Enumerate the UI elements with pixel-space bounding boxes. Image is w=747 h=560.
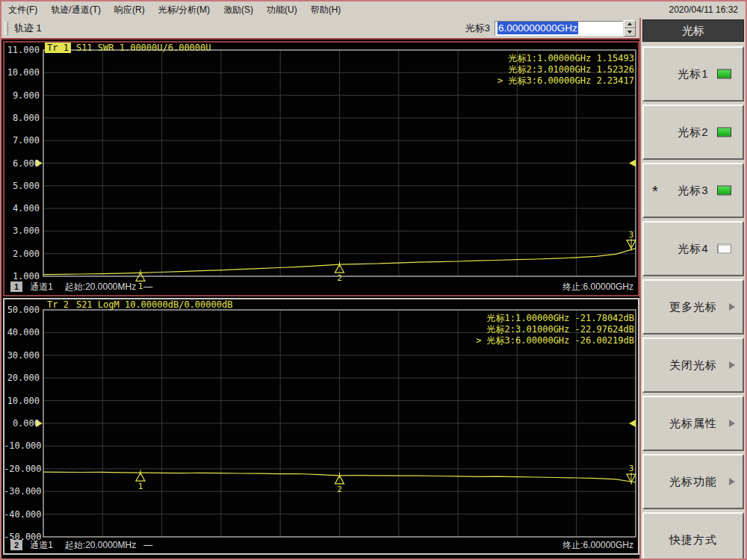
marker-readout-line: 光标2:3.01000GHz 1.52326: [498, 64, 634, 75]
softkey-sidebar: 光标 光标1光标2*光标3光标4更多光标关闭光标光标属性光标功能快捷方式: [639, 18, 746, 559]
spinner-down-button[interactable]: [624, 28, 636, 37]
trace2-measurement: S21 LogM 10.00000dB/0.00000dB: [76, 299, 233, 310]
indicator-on-icon: [717, 69, 731, 79]
marker-stimulus-input[interactable]: 6.000000000GHz: [495, 21, 623, 36]
softkey-label: 更多光标: [669, 300, 717, 314]
y-axis-label: 7.000: [4, 135, 40, 146]
marker-properties-button[interactable]: 光标属性: [642, 396, 744, 451]
clock: 2020/04/11 16:32: [669, 4, 746, 15]
arrow-down-icon: [627, 31, 632, 34]
charts-area: Tr 1 S11 SWR 1.00000U/6.00000U 123 11.00…: [1, 40, 639, 559]
sweep-indicator: —: [143, 281, 152, 292]
y-axis-label: 8.000: [4, 113, 40, 123]
marker-readouts: 光标1:1.00000GHz 1.15493光标2:3.01000GHz 1.5…: [498, 53, 634, 87]
softkey-label: 快捷方式: [669, 533, 717, 547]
y-axis-label: 9.000: [4, 90, 40, 101]
active-trace-label: 轨迹 1: [14, 22, 42, 35]
y-axis-label: -40.000: [4, 509, 40, 520]
y-axis-label: -30.000: [4, 486, 40, 497]
arrow-up-icon: [627, 22, 632, 25]
trace1-name: Tr 1: [45, 43, 71, 53]
trace1-title: Tr 1 S11 SWR 1.00000U/6.00000U: [45, 43, 211, 53]
marker-number: 3: [629, 464, 634, 473]
marker-number: 3: [629, 230, 634, 240]
y-axis-label: 30.000: [4, 350, 40, 361]
y-axis-labels: 50.00040.00030.00020.00010.0000.000-10.0…: [4, 299, 40, 553]
channel-number-badge: 2: [10, 540, 22, 550]
softkey-label: 光标3: [678, 184, 708, 198]
y-axis-label: 20.000: [4, 373, 40, 383]
active-marker-star: *: [652, 183, 659, 200]
marker-2-button[interactable]: 光标2: [642, 105, 744, 160]
softkey-label: 关闭光标: [669, 358, 717, 373]
marker-readout-line: > 光标3:6.00000GHz 2.23417: [498, 75, 634, 87]
marker-readout-line: 光标1:1.00000GHz 1.15493: [498, 53, 634, 64]
marker-functions-button[interactable]: 光标功能: [642, 454, 744, 509]
menu-item-marker-analysis[interactable]: 光标/分析(M): [152, 4, 217, 16]
channel2-logmag-panel: Tr 2 S21 LogM 10.00000dB/0.00000dB 123 5…: [3, 298, 639, 555]
indicator-on-icon: [717, 128, 731, 137]
y-axis-labels: 11.00010.0009.0008.0007.0006.0005.0004.0…: [4, 43, 40, 295]
menu-item-file[interactable]: 文件(F): [1, 4, 44, 16]
marker-number: 1: [138, 482, 143, 491]
menu-item-response[interactable]: 响应(R): [108, 4, 152, 16]
softkey-label: 光标2: [678, 125, 708, 140]
ref-level-arrow-right-icon: [629, 160, 636, 167]
trace1-measurement: S11 SWR 1.00000U/6.00000U: [76, 43, 211, 53]
marker-stimulus-label: 光标3: [465, 22, 490, 35]
menu-item-help[interactable]: 帮助(H): [304, 4, 348, 16]
y-axis-label: -20.000: [4, 464, 40, 474]
channel1-swr-panel: Tr 1 S11 SWR 1.00000U/6.00000U 123 11.00…: [3, 41, 639, 296]
y-axis-label: 5.000: [4, 181, 40, 191]
spinner-up-button[interactable]: [624, 20, 636, 28]
menu-items: 文件(F)轨迹/通道(T)响应(R)光标/分析(M)激励(S)功能(U)帮助(H…: [1, 4, 347, 16]
softkey-label: 光标1: [678, 67, 708, 81]
start-frequency: 起始:20.0000MHz: [65, 539, 136, 552]
marker-readout-line: > 光标3:6.00000GHz -26.00219dB: [476, 335, 634, 346]
ref-level-arrow-right-icon: [629, 420, 636, 427]
menu-item-function[interactable]: 功能(U): [260, 4, 304, 16]
submenu-arrow-icon: [729, 303, 735, 311]
softkey-label: 光标功能: [669, 475, 717, 489]
y-axis-label: 11.000: [4, 45, 40, 55]
menu-item-trace-channel[interactable]: 轨迹/通道(T): [44, 4, 108, 16]
softkey-menu-title: 光标: [642, 19, 744, 42]
y-axis-label: -10.000: [4, 441, 40, 451]
y-axis-label: 2.000: [4, 249, 40, 259]
y-axis-label: 10.000: [4, 396, 40, 406]
submenu-arrow-icon: [729, 420, 735, 427]
trace2-name: Tr 2: [45, 299, 71, 310]
channel1-status-bar: 1 通道1 起始:20.0000MHz — 终止:6.00000GHz: [10, 281, 633, 293]
toolbar-grip-icon[interactable]: [4, 22, 8, 35]
y-axis-label: 0.000: [4, 418, 40, 429]
menu-item-stimulus[interactable]: 激励(S): [217, 4, 260, 16]
channel-name: 通道1: [30, 539, 53, 552]
marker-3-button[interactable]: *光标3: [642, 163, 744, 218]
marker-4-button[interactable]: 光标4: [642, 221, 744, 276]
menu-bar: 文件(F)轨迹/通道(T)响应(R)光标/分析(M)激励(S)功能(U)帮助(H…: [1, 1, 746, 19]
marker-stimulus-value: 6.000000000GHz: [498, 22, 578, 34]
sweep-indicator: —: [143, 540, 152, 550]
vna-application-window: 文件(F)轨迹/通道(T)响应(R)光标/分析(M)激励(S)功能(U)帮助(H…: [0, 0, 747, 560]
marker-1-button[interactable]: 光标1: [642, 46, 744, 102]
softkey-label: 光标4: [678, 242, 708, 256]
start-frequency: 起始:20.0000MHz: [65, 281, 136, 293]
more-markers-button[interactable]: 更多光标: [642, 279, 744, 335]
y-axis-label: 10.000: [4, 67, 40, 78]
trace2-title: Tr 2 S21 LogM 10.00000dB/0.00000dB: [45, 299, 232, 310]
channel-number-badge: 1: [10, 281, 22, 292]
toolbar: 轨迹 1 光标3 6.000000000GHz: [1, 18, 639, 40]
submenu-arrow-icon: [729, 361, 735, 369]
channel-name: 通道1: [30, 281, 53, 293]
turn-off-markers-button[interactable]: 关闭光标: [642, 337, 744, 393]
y-axis-label: 40.000: [4, 327, 40, 337]
marker-readouts: 光标1:1.00000GHz -21.78042dB光标2:3.01000GHz…: [476, 313, 634, 346]
y-axis-label: 6.000: [4, 158, 40, 169]
softkey-buttons: 光标1光标2*光标3光标4更多光标关闭光标光标属性光标功能快捷方式: [642, 46, 744, 560]
submenu-arrow-icon: [729, 478, 735, 485]
marker-stimulus-group: 光标3 6.000000000GHz: [465, 20, 636, 37]
marker-readout-line: 光标1:1.00000GHz -21.78042dB: [476, 313, 634, 324]
shortcuts-button[interactable]: 快捷方式: [642, 512, 744, 560]
y-axis-label: 50.000: [4, 305, 40, 315]
y-axis-label: 3.000: [4, 225, 40, 236]
